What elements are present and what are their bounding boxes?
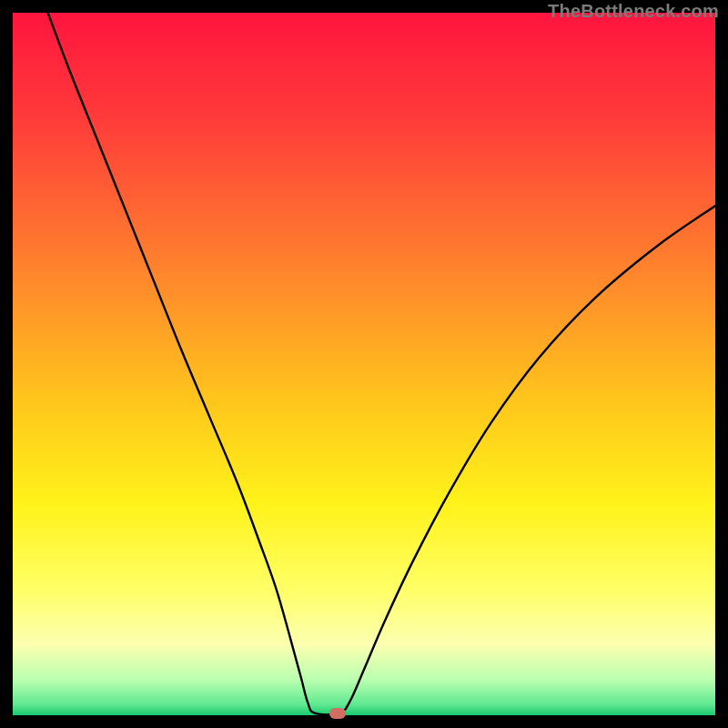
optimum-marker bbox=[329, 708, 346, 719]
bottleneck-curve bbox=[13, 13, 715, 715]
chart-frame bbox=[13, 13, 715, 715]
attribution-text: TheBottleneck.com bbox=[548, 1, 719, 22]
